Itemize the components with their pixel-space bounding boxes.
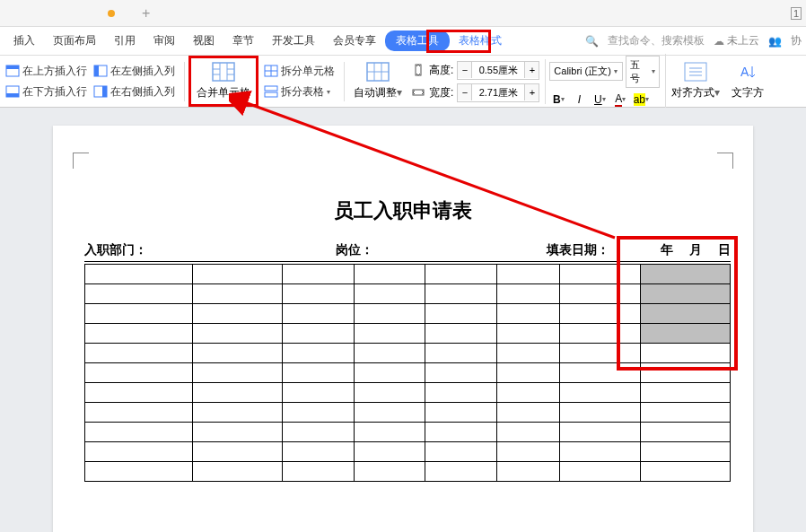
table-cell[interactable] xyxy=(282,324,354,344)
table-cell[interactable] xyxy=(641,324,731,344)
table-cell[interactable] xyxy=(641,442,731,462)
table-cell[interactable] xyxy=(354,324,425,344)
height-value[interactable]: 0.55厘米 xyxy=(472,62,524,79)
table-cell[interactable] xyxy=(641,403,731,423)
collab-icon[interactable]: 👥 xyxy=(768,35,782,48)
table-cell[interactable] xyxy=(560,265,641,284)
table-cell[interactable] xyxy=(497,462,560,482)
table-cell[interactable] xyxy=(425,462,497,482)
table-cell[interactable] xyxy=(192,462,282,482)
table-cell[interactable] xyxy=(560,284,641,304)
table-cell[interactable] xyxy=(425,284,497,304)
table-cell[interactable] xyxy=(85,403,193,423)
table-row[interactable] xyxy=(85,383,731,403)
table-row[interactable] xyxy=(85,462,731,482)
auto-fit-button[interactable]: 自动调整▾ xyxy=(348,58,407,104)
width-stepper[interactable]: − 2.71厘米 + xyxy=(457,83,539,102)
bold-button[interactable]: B▾ xyxy=(549,92,567,108)
table-cell[interactable] xyxy=(641,423,731,442)
menu-dev-tools[interactable]: 开发工具 xyxy=(263,30,324,52)
table-cell[interactable] xyxy=(354,462,425,482)
table-cell[interactable] xyxy=(192,324,282,344)
employee-form-table[interactable] xyxy=(84,264,731,482)
italic-button[interactable]: I xyxy=(570,92,588,108)
table-cell[interactable] xyxy=(354,363,425,383)
table-cell[interactable] xyxy=(560,344,641,363)
table-cell[interactable] xyxy=(192,344,282,363)
table-cell[interactable] xyxy=(425,324,497,344)
table-cell[interactable] xyxy=(497,344,560,363)
table-cell[interactable] xyxy=(497,304,560,324)
table-cell[interactable] xyxy=(192,383,282,403)
table-cell[interactable] xyxy=(282,403,354,423)
table-cell[interactable] xyxy=(192,265,282,284)
menu-view[interactable]: 视图 xyxy=(184,30,223,52)
table-cell[interactable] xyxy=(560,423,641,442)
table-cell[interactable] xyxy=(497,403,560,423)
table-cell[interactable] xyxy=(425,363,497,383)
text-direction-button[interactable]: A 文字方 xyxy=(725,58,770,104)
table-cell[interactable] xyxy=(282,265,354,284)
table-cell[interactable] xyxy=(282,423,354,442)
table-cell[interactable] xyxy=(425,344,497,363)
table-cell[interactable] xyxy=(560,383,641,403)
search-placeholder[interactable]: 查找命令、搜索模板 xyxy=(608,33,705,48)
font-color-button[interactable]: A▾ xyxy=(611,92,629,108)
table-cell[interactable] xyxy=(282,383,354,403)
table-cell[interactable] xyxy=(641,383,731,403)
table-cell[interactable] xyxy=(497,442,560,462)
font-size-select[interactable]: 五号▾ xyxy=(626,56,660,88)
table-row[interactable] xyxy=(85,304,731,324)
menu-insert[interactable]: 插入 xyxy=(4,30,44,52)
table-cell[interactable] xyxy=(497,423,560,442)
insert-row-below[interactable]: 在下方插入行 xyxy=(4,83,89,101)
table-cell[interactable] xyxy=(560,442,641,462)
height-minus[interactable]: − xyxy=(458,62,472,78)
table-cell[interactable] xyxy=(354,304,425,324)
table-cell[interactable] xyxy=(282,304,354,324)
table-cell[interactable] xyxy=(282,344,354,363)
table-cell[interactable] xyxy=(497,363,560,383)
table-cell[interactable] xyxy=(641,284,731,304)
table-cell[interactable] xyxy=(85,363,193,383)
table-cell[interactable] xyxy=(560,462,641,482)
table-cell[interactable] xyxy=(85,344,193,363)
table-cell[interactable] xyxy=(425,403,497,423)
width-value[interactable]: 2.71厘米 xyxy=(472,84,524,101)
table-cell[interactable] xyxy=(641,265,731,284)
cloud-status[interactable]: ☁ 未上云 xyxy=(714,33,759,48)
table-cell[interactable] xyxy=(282,363,354,383)
table-cell[interactable] xyxy=(497,265,560,284)
table-cell[interactable] xyxy=(354,442,425,462)
table-cell[interactable] xyxy=(192,442,282,462)
table-cell[interactable] xyxy=(354,423,425,442)
table-cell[interactable] xyxy=(354,284,425,304)
height-plus[interactable]: + xyxy=(524,62,539,78)
table-cell[interactable] xyxy=(85,383,193,403)
table-cell[interactable] xyxy=(497,383,560,403)
table-cell[interactable] xyxy=(85,423,193,442)
split-table-button[interactable]: 拆分表格 ▾ xyxy=(262,83,337,101)
table-cell[interactable] xyxy=(192,284,282,304)
table-cell[interactable] xyxy=(85,442,193,462)
table-cell[interactable] xyxy=(425,423,497,442)
table-cell[interactable] xyxy=(192,403,282,423)
table-cell[interactable] xyxy=(354,265,425,284)
table-cell[interactable] xyxy=(85,304,193,324)
height-stepper[interactable]: − 0.55厘米 + xyxy=(457,61,539,80)
table-cell[interactable] xyxy=(641,344,731,363)
table-row[interactable] xyxy=(85,265,731,284)
split-cells-button[interactable]: 拆分单元格 xyxy=(262,62,337,81)
highlight-button[interactable]: ab▾ xyxy=(632,92,650,108)
menu-table-tools[interactable]: 表格工具 xyxy=(385,31,450,51)
table-cell[interactable] xyxy=(282,462,354,482)
underline-button[interactable]: U▾ xyxy=(591,92,609,108)
table-cell[interactable] xyxy=(560,324,641,344)
menu-page-layout[interactable]: 页面布局 xyxy=(44,30,105,52)
table-cell[interactable] xyxy=(192,304,282,324)
menu-table-style[interactable]: 表格样式 xyxy=(450,30,511,52)
menu-section[interactable]: 章节 xyxy=(223,30,263,52)
table-cell[interactable] xyxy=(425,442,497,462)
table-row[interactable] xyxy=(85,403,731,423)
table-row[interactable] xyxy=(85,344,731,363)
